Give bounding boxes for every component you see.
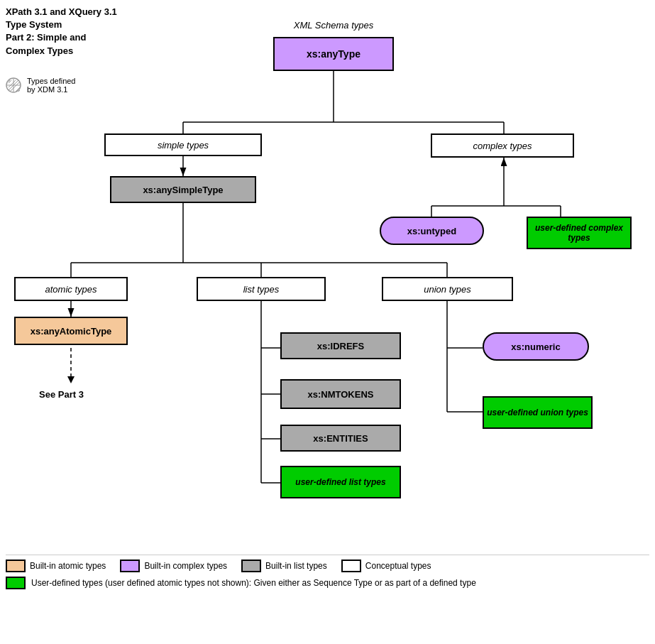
title-line2: Type System [6, 18, 117, 31]
diagram-container: XPath 3.1 and XQuery 3.1 Type System Par… [0, 0, 655, 596]
xs-entities-box: xs:ENTITIES [280, 425, 401, 452]
xdm-note: Types definedby XDM 3.1 [6, 77, 76, 94]
legend-row2: User-defined types (user defined atomic … [6, 577, 649, 589]
xdm-text: Types definedby XDM 3.1 [27, 77, 76, 94]
title-line3: Part 2: Simple and [6, 31, 117, 44]
legend-conceptual-box [341, 560, 361, 572]
legend-atomic-box [6, 560, 26, 572]
xs-numeric-box: xs:numeric [483, 332, 589, 361]
list-types-label: list types [197, 277, 326, 301]
title-block: XPath 3.1 and XQuery 3.1 Type System Par… [6, 6, 117, 58]
xs-anyatomictype-box: xs:anyAtomicType [14, 317, 128, 345]
see-part3-text: See Part 3 [39, 389, 84, 400]
title-line4: Complex Types [6, 45, 117, 58]
legend-conceptual: Conceptual types [341, 560, 431, 572]
legend-complex: Built-in complex types [120, 560, 227, 572]
legend-complex-box [120, 560, 140, 572]
legend-atomic: Built-in atomic types [6, 560, 106, 572]
svg-marker-25 [67, 376, 75, 383]
complex-types-label: complex types [431, 133, 574, 158]
title-line1: XPath 3.1 and XQuery 3.1 [6, 6, 117, 18]
user-defined-list-box: user-defined list types [280, 466, 401, 498]
union-types-label: union types [382, 277, 513, 301]
xs-nmtokens-box: xs:NMTOKENS [280, 379, 401, 409]
legend-user-defined-box [6, 577, 26, 589]
xs-anytype-box: xs:anyType [273, 37, 394, 71]
xs-untyped-box: xs:untyped [380, 217, 484, 245]
user-defined-union-box: user-defined union types [483, 396, 593, 429]
atomic-types-label: atomic types [14, 277, 128, 301]
xml-schema-label: XML Schema types [263, 13, 404, 37]
legend-list-box [241, 560, 261, 572]
xs-anysimpletype-box: xs:anySimpleType [110, 176, 256, 203]
legend-section: Built-in atomic types Built-in complex t… [6, 555, 649, 589]
legend-list: Built-in list types [241, 560, 327, 572]
xdm-icon [6, 77, 21, 93]
simple-types-label: simple types [104, 133, 262, 156]
legend-row1: Built-in atomic types Built-in complex t… [6, 560, 649, 572]
xs-idrefs-box: xs:IDREFS [280, 332, 401, 359]
user-defined-complex-box: user-defined complex types [527, 217, 632, 249]
